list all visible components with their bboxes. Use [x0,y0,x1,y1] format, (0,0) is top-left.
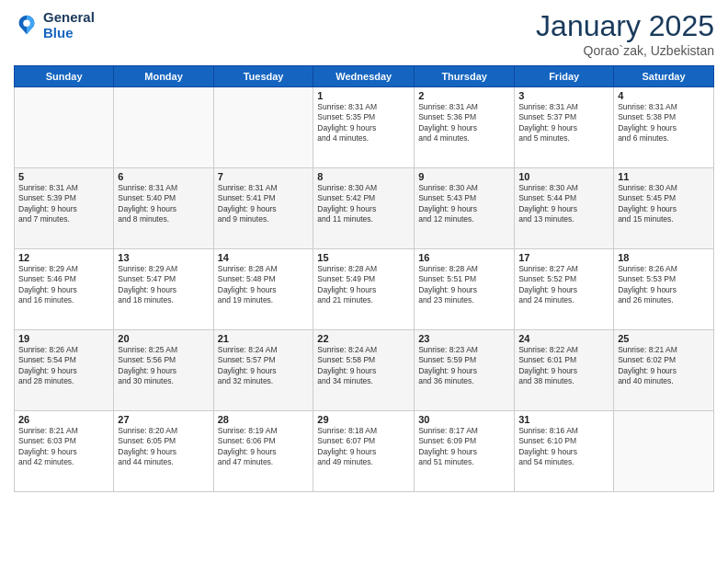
day-detail: Sunrise: 8:31 AM Sunset: 5:39 PM Dayligh… [18,183,109,225]
day-detail: Sunrise: 8:26 AM Sunset: 5:54 PM Dayligh… [18,345,109,387]
day-number: 5 [18,171,109,182]
day-detail: Sunrise: 8:31 AM Sunset: 5:35 PM Dayligh… [317,102,410,144]
page: General Blue January 2025 Qorao`zak, Uzb… [0,0,728,563]
day-detail: Sunrise: 8:31 AM Sunset: 5:36 PM Dayligh… [418,102,510,144]
weekday-header: Wednesday [313,66,415,87]
day-number: 31 [518,414,609,425]
day-number: 15 [317,252,410,263]
day-detail: Sunrise: 8:28 AM Sunset: 5:49 PM Dayligh… [317,264,410,306]
day-number: 29 [317,414,410,425]
day-detail: Sunrise: 8:30 AM Sunset: 5:45 PM Dayligh… [618,183,710,225]
day-detail: Sunrise: 8:19 AM Sunset: 6:06 PM Dayligh… [218,426,310,468]
day-detail: Sunrise: 8:28 AM Sunset: 5:51 PM Dayligh… [418,264,510,306]
day-detail: Sunrise: 8:31 AM Sunset: 5:38 PM Dayligh… [618,102,710,144]
day-number: 18 [618,252,710,263]
calendar-body: 1Sunrise: 8:31 AM Sunset: 5:35 PM Daylig… [15,87,714,492]
weekday-header: Sunday [15,66,114,87]
calendar-cell: 17Sunrise: 8:27 AM Sunset: 5:52 PM Dayli… [515,249,614,330]
day-detail: Sunrise: 8:24 AM Sunset: 5:57 PM Dayligh… [218,345,310,387]
calendar-cell: 13Sunrise: 8:29 AM Sunset: 5:47 PM Dayli… [114,249,213,330]
calendar-cell: 16Sunrise: 8:28 AM Sunset: 5:51 PM Dayli… [415,249,515,330]
day-number: 23 [418,333,510,344]
calendar-cell [15,87,114,168]
calendar-cell [614,411,714,492]
day-number: 14 [218,252,310,263]
day-number: 9 [418,171,510,182]
calendar-cell: 26Sunrise: 8:21 AM Sunset: 6:03 PM Dayli… [15,411,114,492]
calendar-week: 1Sunrise: 8:31 AM Sunset: 5:35 PM Daylig… [15,87,714,168]
day-detail: Sunrise: 8:17 AM Sunset: 6:09 PM Dayligh… [418,426,510,468]
calendar-cell: 5Sunrise: 8:31 AM Sunset: 5:39 PM Daylig… [15,168,114,249]
weekday-header: Saturday [614,66,714,87]
calendar-cell: 28Sunrise: 8:19 AM Sunset: 6:06 PM Dayli… [213,411,313,492]
day-number: 1 [317,90,410,101]
calendar-week: 19Sunrise: 8:26 AM Sunset: 5:54 PM Dayli… [15,330,714,411]
day-number: 22 [317,333,410,344]
day-number: 21 [218,333,310,344]
calendar-cell: 15Sunrise: 8:28 AM Sunset: 5:49 PM Dayli… [313,249,415,330]
calendar-cell: 2Sunrise: 8:31 AM Sunset: 5:36 PM Daylig… [415,87,515,168]
logo-icon [14,12,40,38]
month-title: January 2025 [536,9,714,43]
day-number: 24 [518,333,609,344]
day-number: 10 [518,171,609,182]
day-number: 26 [18,414,109,425]
day-detail: Sunrise: 8:18 AM Sunset: 6:07 PM Dayligh… [317,426,410,468]
calendar-cell: 12Sunrise: 8:29 AM Sunset: 5:46 PM Dayli… [15,249,114,330]
calendar-cell: 21Sunrise: 8:24 AM Sunset: 5:57 PM Dayli… [213,330,313,411]
calendar-cell: 3Sunrise: 8:31 AM Sunset: 5:37 PM Daylig… [515,87,614,168]
weekday-header: Tuesday [213,66,313,87]
weekday-row: SundayMondayTuesdayWednesdayThursdayFrid… [15,66,714,87]
calendar-cell: 8Sunrise: 8:30 AM Sunset: 5:42 PM Daylig… [313,168,415,249]
calendar-cell: 14Sunrise: 8:28 AM Sunset: 5:48 PM Dayli… [213,249,313,330]
calendar-cell: 29Sunrise: 8:18 AM Sunset: 6:07 PM Dayli… [313,411,415,492]
calendar-week: 5Sunrise: 8:31 AM Sunset: 5:39 PM Daylig… [15,168,714,249]
calendar-week: 26Sunrise: 8:21 AM Sunset: 6:03 PM Dayli… [15,411,714,492]
day-number: 8 [317,171,410,182]
title-block: January 2025 Qorao`zak, Uzbekistan [536,9,714,58]
day-number: 27 [118,414,209,425]
day-number: 25 [618,333,710,344]
calendar-cell: 20Sunrise: 8:25 AM Sunset: 5:56 PM Dayli… [114,330,213,411]
day-detail: Sunrise: 8:28 AM Sunset: 5:48 PM Dayligh… [218,264,310,306]
calendar-cell: 18Sunrise: 8:26 AM Sunset: 5:53 PM Dayli… [614,249,714,330]
day-number: 17 [518,252,609,263]
calendar-cell: 27Sunrise: 8:20 AM Sunset: 6:05 PM Dayli… [114,411,213,492]
calendar-cell: 22Sunrise: 8:24 AM Sunset: 5:58 PM Dayli… [313,330,415,411]
day-detail: Sunrise: 8:29 AM Sunset: 5:46 PM Dayligh… [18,264,109,306]
day-number: 6 [118,171,209,182]
calendar-cell: 1Sunrise: 8:31 AM Sunset: 5:35 PM Daylig… [313,87,415,168]
svg-point-0 [23,19,29,26]
logo-text: General Blue [43,9,95,40]
calendar-cell: 24Sunrise: 8:22 AM Sunset: 6:01 PM Dayli… [515,330,614,411]
calendar-cell: 11Sunrise: 8:30 AM Sunset: 5:45 PM Dayli… [614,168,714,249]
day-detail: Sunrise: 8:23 AM Sunset: 5:59 PM Dayligh… [418,345,510,387]
day-number: 20 [118,333,209,344]
day-detail: Sunrise: 8:30 AM Sunset: 5:42 PM Dayligh… [317,183,410,225]
day-number: 4 [618,90,710,101]
location: Qorao`zak, Uzbekistan [536,43,714,58]
calendar-week: 12Sunrise: 8:29 AM Sunset: 5:46 PM Dayli… [15,249,714,330]
calendar-cell [213,87,313,168]
weekday-header: Monday [114,66,213,87]
calendar-cell: 19Sunrise: 8:26 AM Sunset: 5:54 PM Dayli… [15,330,114,411]
calendar-cell: 4Sunrise: 8:31 AM Sunset: 5:38 PM Daylig… [614,87,714,168]
logo: General Blue [14,9,95,40]
day-detail: Sunrise: 8:22 AM Sunset: 6:01 PM Dayligh… [518,345,609,387]
day-number: 19 [18,333,109,344]
day-detail: Sunrise: 8:27 AM Sunset: 5:52 PM Dayligh… [518,264,609,306]
calendar-cell: 25Sunrise: 8:21 AM Sunset: 6:02 PM Dayli… [614,330,714,411]
day-detail: Sunrise: 8:20 AM Sunset: 6:05 PM Dayligh… [118,426,209,468]
day-number: 7 [218,171,310,182]
day-detail: Sunrise: 8:29 AM Sunset: 5:47 PM Dayligh… [118,264,209,306]
day-number: 28 [218,414,310,425]
day-detail: Sunrise: 8:25 AM Sunset: 5:56 PM Dayligh… [118,345,209,387]
day-detail: Sunrise: 8:26 AM Sunset: 5:53 PM Dayligh… [618,264,710,306]
weekday-header: Friday [515,66,614,87]
day-detail: Sunrise: 8:24 AM Sunset: 5:58 PM Dayligh… [317,345,410,387]
calendar-header: SundayMondayTuesdayWednesdayThursdayFrid… [15,66,714,87]
day-number: 11 [618,171,710,182]
day-detail: Sunrise: 8:16 AM Sunset: 6:10 PM Dayligh… [518,426,609,468]
day-number: 13 [118,252,209,263]
header: General Blue January 2025 Qorao`zak, Uzb… [14,9,714,58]
